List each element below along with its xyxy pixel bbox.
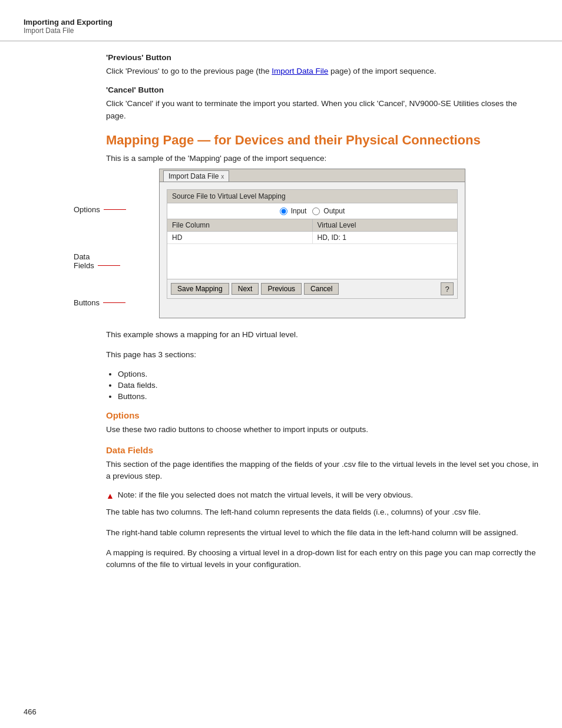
col-file-column: File Column <box>167 219 313 231</box>
mapping-intro: This is a sample of the 'Mapping' page o… <box>106 154 538 163</box>
col-virtual-level: Virtual Level <box>313 219 458 231</box>
previous-button-para: Click 'Previous' to go to the previous p… <box>106 65 538 77</box>
note-row: ▲ Note: if the file you selected does no… <box>106 490 538 500</box>
table-row: HD HD, ID: 1 <box>167 232 457 244</box>
options-label: Options <box>74 205 126 214</box>
widget-inner-header: Source File to Virtual Level Mapping <box>167 190 457 203</box>
widget-body: Source File to Virtual Level Mapping Inp… <box>160 182 465 318</box>
data-fields-subheading: Data Fields <box>106 445 538 455</box>
radio-output-label: Output <box>323 207 345 215</box>
radio-input[interactable] <box>280 207 287 215</box>
tab-close-icon[interactable]: x <box>221 173 224 180</box>
warning-triangle-icon: ▲ <box>106 491 114 500</box>
table-data-area: HD HD, ID: 1 <box>167 232 457 279</box>
example-text: This example shows a mapping for an HD v… <box>106 329 538 341</box>
bullet-buttons: Buttons. <box>118 392 538 401</box>
page-header-title: Importing and Exporting <box>24 18 538 27</box>
radio-output[interactable] <box>312 207 320 215</box>
save-mapping-button[interactable]: Save Mapping <box>171 283 229 295</box>
tab-label: Import Data File <box>168 172 219 180</box>
import-widget: Import Data File x Source File to Virtua… <box>159 169 465 318</box>
radio-input-group[interactable]: Input <box>280 207 307 215</box>
widget-buttons-row: Save Mapping Next Previous Cancel ? <box>167 279 457 298</box>
previous-button-heading: 'Previous' Button <box>106 53 538 62</box>
data-fields-para3: The right-hand table column represents t… <box>106 527 538 539</box>
mapping-page-heading: Mapping Page — for Devices and their Phy… <box>106 133 538 148</box>
import-data-file-link[interactable]: Import Data File <box>272 67 328 75</box>
widget-bottom-space <box>163 302 461 314</box>
cancel-button-heading: 'Cancel' Button <box>106 85 538 94</box>
options-subheading: Options <box>106 410 538 420</box>
data-fields-para1: This section of the page identifies the … <box>106 459 538 483</box>
import-data-file-tab[interactable]: Import Data File x <box>163 170 229 182</box>
widget-options-row: Input Output <box>167 203 457 219</box>
data-fields-para4: A mapping is required. By choosing a vir… <box>106 547 538 571</box>
options-para: Use these two radio buttons to choose wh… <box>106 424 538 436</box>
sections-list: Options. Data fields. Buttons. <box>118 370 538 401</box>
data-fields-para2: The table has two columns. The left-hand… <box>106 506 538 518</box>
bullet-data-fields: Data fields. <box>118 381 538 390</box>
cancel-button[interactable]: Cancel <box>304 283 339 295</box>
page-number: 466 <box>24 707 37 716</box>
widget-tab-bar: Import Data File x <box>160 169 465 182</box>
cell-file-column: HD <box>167 232 313 243</box>
widget-inner: Source File to Virtual Level Mapping Inp… <box>167 189 458 299</box>
data-fields-label: Data Fields <box>74 229 120 270</box>
radio-output-group[interactable]: Output <box>312 207 345 215</box>
sections-intro: This page has 3 sections: <box>106 349 538 361</box>
buttons-label: Buttons <box>74 298 125 307</box>
radio-input-label: Input <box>291 207 307 215</box>
cell-virtual-level: HD, ID: 1 <box>313 232 458 243</box>
table-header: File Column Virtual Level <box>167 219 457 232</box>
help-button[interactable]: ? <box>441 282 454 295</box>
previous-button[interactable]: Previous <box>261 283 302 295</box>
cancel-button-para: Click 'Cancel' if you want to terminate … <box>106 98 538 122</box>
bullet-options: Options. <box>118 370 538 378</box>
page-header-subtitle: Import Data File <box>24 27 538 35</box>
note-text: Note: if the file you selected does not … <box>118 490 413 499</box>
next-button[interactable]: Next <box>232 283 259 295</box>
